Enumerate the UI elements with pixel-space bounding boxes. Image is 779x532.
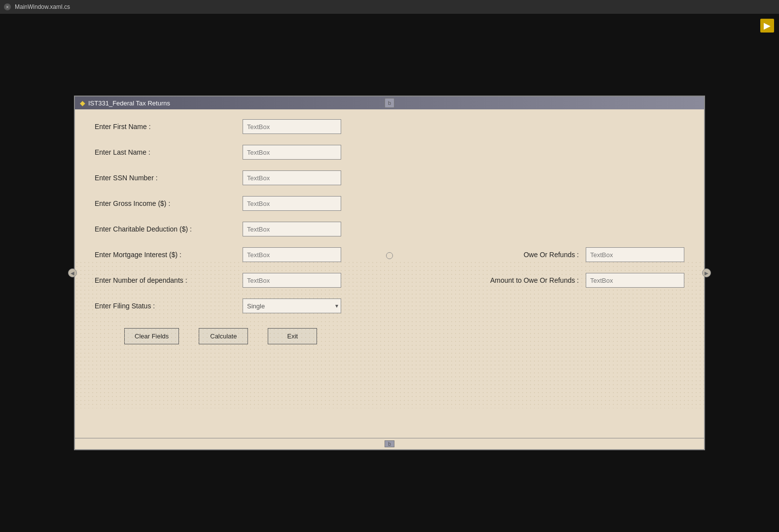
exit-button[interactable]: Exit — [268, 328, 317, 344]
close-icon[interactable]: × — [4, 3, 11, 10]
ssn-row: Enter SSN Number : — [95, 170, 684, 185]
amount-label: Amount to Owe Or Refunds : — [467, 276, 586, 284]
window-content: Enter First Name : Enter Last Name : Ent… — [75, 109, 704, 438]
owe-refunds-label: Owe Or Refunds : — [477, 251, 586, 259]
amount-input[interactable] — [586, 273, 684, 288]
last-name-label: Enter Last Name : — [95, 148, 243, 156]
dependants-input[interactable] — [243, 273, 341, 288]
dependants-row: Enter Number of dependants : Amount to O… — [95, 273, 684, 288]
title-center-handle[interactable]: b — [385, 98, 394, 108]
clear-fields-button[interactable]: Clear Fields — [124, 328, 179, 344]
first-name-label: Enter First Name : — [95, 123, 243, 131]
filing-status-row: Enter Filing Status : Single Married Fil… — [95, 299, 684, 313]
amount-group: Amount to Owe Or Refunds : — [467, 273, 684, 288]
mortgage-input[interactable] — [243, 247, 341, 262]
top-right-icon: ▶ — [764, 20, 771, 31]
charitable-row: Enter Charitable Deduction ($) : — [95, 222, 684, 236]
window-title-bar: ◆ IST331_Federal Tax Returns b — [75, 97, 704, 109]
gross-income-input[interactable] — [243, 196, 341, 211]
filing-status-dropdown-wrapper: Single Married Filing Jointly Married Fi… — [243, 299, 341, 313]
top-right-widget[interactable]: ▶ — [760, 19, 774, 33]
first-name-row: Enter First Name : — [95, 119, 684, 134]
title-bar: × MainWindow.xaml.cs — [0, 0, 779, 14]
mortgage-row: Enter Mortgage Interest ($) : Owe Or Ref… — [95, 247, 684, 262]
gross-income-label: Enter Gross Income ($) : — [95, 200, 243, 207]
dependants-label: Enter Number of dependants : — [95, 276, 243, 284]
last-name-input[interactable] — [243, 145, 341, 160]
bottom-handle-inner: b — [385, 440, 394, 447]
first-name-input[interactable] — [243, 119, 341, 134]
filing-status-select[interactable]: Single Married Filing Jointly Married Fi… — [243, 299, 341, 313]
bottom-handle[interactable]: b — [75, 438, 704, 449]
owe-refunds-input[interactable] — [586, 247, 684, 262]
last-name-row: Enter Last Name : — [95, 145, 684, 160]
buttons-row: Clear Fields Calculate Exit — [95, 328, 684, 344]
gross-income-row: Enter Gross Income ($) : — [95, 196, 684, 211]
window-container: ◀ ▶ ◆ IST331_Federal Tax Returns b Enter… — [74, 96, 705, 450]
mortgage-label: Enter Mortgage Interest ($) : — [95, 251, 243, 259]
ssn-input[interactable] — [243, 170, 341, 185]
charitable-input[interactable] — [243, 222, 341, 236]
ssn-label: Enter SSN Number : — [95, 174, 243, 182]
window-title-icon: ◆ — [80, 99, 85, 107]
calculate-button[interactable]: Calculate — [199, 328, 248, 344]
tab-label: MainWindow.xaml.cs — [15, 3, 70, 10]
owe-refunds-group: Owe Or Refunds : — [477, 247, 684, 262]
window-title: IST331_Federal Tax Returns — [88, 100, 170, 107]
filing-status-label: Enter Filing Status : — [95, 302, 243, 310]
charitable-label: Enter Charitable Deduction ($) : — [95, 225, 243, 233]
main-area: ▶ ◀ ▶ ◆ IST331_Federal Tax Returns b Ent… — [0, 14, 779, 532]
